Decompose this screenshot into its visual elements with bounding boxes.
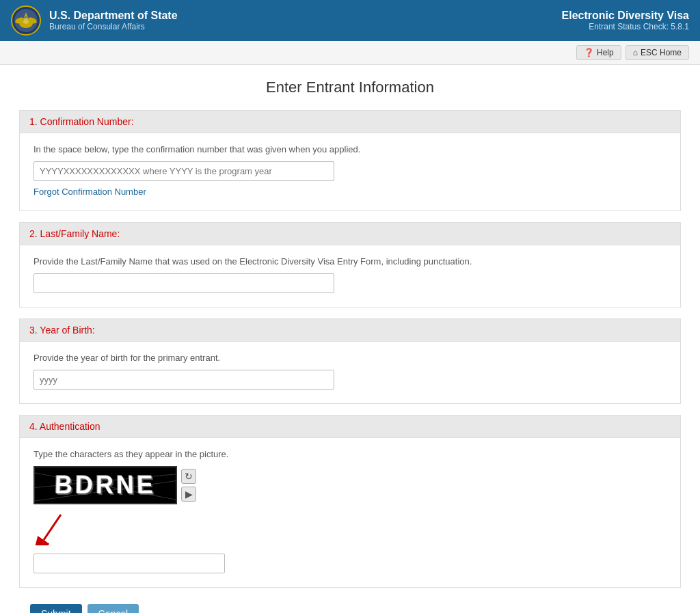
red-arrow-svg: [33, 511, 75, 545]
arrow-container: [33, 511, 667, 545]
section-3-header: 3. Year of Birth:: [20, 319, 680, 342]
section-authentication: 4. Authentication Type the characters as…: [19, 415, 681, 588]
submit-button[interactable]: Submit: [30, 604, 82, 613]
help-button[interactable]: ❓ Help: [576, 45, 621, 60]
confirmation-number-input[interactable]: [33, 161, 334, 181]
section-2-desc: Provide the Last/Family Name that was us…: [33, 256, 667, 267]
site-header: U.S. Department of State Bureau of Consu…: [0, 0, 700, 41]
section-4-body: Type the characters as they appear in th…: [20, 438, 680, 587]
section-4-number: 4: [29, 421, 35, 432]
header-title-block: U.S. Department of State Bureau of Consu…: [49, 10, 178, 31]
captcha-audio-button[interactable]: ▶: [181, 487, 196, 502]
audio-icon: ▶: [185, 489, 193, 500]
year-of-birth-input[interactable]: [33, 370, 334, 390]
section-3-number: 3: [29, 325, 35, 336]
forgot-confirmation-link[interactable]: Forgot Confirmation Number: [33, 187, 146, 197]
captcha-text: BDRNE: [54, 471, 156, 500]
button-row: Submit Cancel: [19, 599, 681, 613]
last-name-input[interactable]: [33, 273, 334, 293]
section-last-name: 2. Last/Family Name: Provide the Last/Fa…: [19, 222, 681, 308]
program-sub: Entrant Status Check: 5.8.1: [562, 22, 689, 31]
esc-home-label: ESC Home: [641, 48, 682, 57]
section-2-body: Provide the Last/Family Name that was us…: [20, 245, 680, 307]
section-3-desc: Provide the year of birth for the primar…: [33, 353, 667, 363]
help-label: Help: [597, 48, 614, 57]
captcha-container: BDRNE ↻ ▶: [33, 466, 667, 504]
section-1-desc: In the space below, type the confirmatio…: [33, 144, 667, 154]
captcha-refresh-button[interactable]: ↻: [181, 469, 196, 484]
help-icon: ❓: [584, 48, 594, 57]
section-3-body: Provide the year of birth for the primar…: [20, 342, 680, 403]
captcha-image: BDRNE: [33, 466, 177, 504]
bureau-name: Bureau of Consular Affairs: [49, 22, 178, 31]
section-4-label: Authentication: [40, 421, 100, 432]
esc-home-button[interactable]: ⌂ ESC Home: [625, 45, 689, 60]
section-1-body: In the space below, type the confirmatio…: [20, 133, 680, 210]
page-title: Enter Entrant Information: [19, 79, 681, 96]
main-content: Enter Entrant Information 1. Confirmatio…: [8, 65, 692, 613]
header-left: U.S. Department of State Bureau of Consu…: [11, 5, 178, 36]
section-year-of-birth: 3. Year of Birth: Provide the year of bi…: [19, 318, 681, 404]
section-4-desc: Type the characters as they appear in th…: [33, 449, 667, 459]
program-title: Electronic Diversity Visa: [562, 10, 689, 22]
dos-seal: [11, 5, 41, 36]
captcha-input[interactable]: [33, 554, 225, 573]
section-2-label: Last/Family Name:: [40, 228, 120, 239]
agency-name: U.S. Department of State: [49, 10, 178, 22]
top-nav: ❓ Help ⌂ ESC Home: [0, 41, 700, 65]
section-4-header: 4. Authentication: [20, 416, 680, 438]
home-icon: ⌂: [633, 48, 638, 57]
svg-line-11: [44, 515, 61, 540]
cancel-button[interactable]: Cancel: [88, 604, 139, 613]
section-confirmation-number: 1. Confirmation Number: In the space bel…: [19, 110, 681, 211]
refresh-icon: ↻: [185, 471, 193, 482]
header-right: Electronic Diversity Visa Entrant Status…: [562, 10, 689, 31]
section-1-header: 1. Confirmation Number:: [20, 111, 680, 133]
section-1-number: 1: [29, 116, 35, 127]
section-3-label: Year of Birth:: [40, 325, 94, 336]
section-1-label: Confirmation Number:: [40, 116, 134, 127]
section-2-header: 2. Last/Family Name:: [20, 223, 680, 245]
captcha-icons: ↻ ▶: [181, 469, 196, 502]
section-2-number: 2: [29, 228, 35, 239]
